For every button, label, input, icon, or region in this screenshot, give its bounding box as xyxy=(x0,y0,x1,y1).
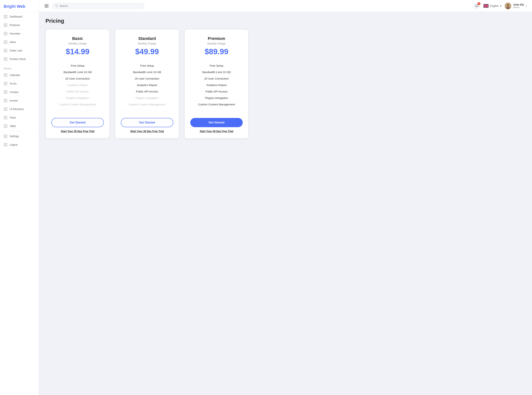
language-label: English xyxy=(490,5,498,7)
calender-icon xyxy=(4,73,7,77)
sidebar-divider xyxy=(0,64,39,64)
plan-divider-top xyxy=(190,60,243,61)
get-started-button-basic[interactable]: Get Started xyxy=(51,118,104,127)
notification-badge: 6 xyxy=(477,2,481,5)
feature-item: Free Setup xyxy=(71,64,84,67)
search-input[interactable] xyxy=(60,5,141,7)
sidebar-item-favorites[interactable]: Favorites xyxy=(0,29,39,38)
sidebar-item-ui-elements[interactable]: UI Elements xyxy=(0,105,39,113)
user-chevron-icon: ▾ xyxy=(526,5,527,7)
avatar xyxy=(505,3,511,9)
header-right: 6 English ▾ xyxy=(473,3,527,9)
invoice-icon xyxy=(4,99,7,102)
user-text: Jone Aly Admin xyxy=(513,3,524,9)
plan-divider-bottom xyxy=(51,111,104,111)
sidebar-item-to-do[interactable]: To-Do xyxy=(0,79,39,88)
feature-item: Plugins Intregation xyxy=(66,96,89,99)
sidebar-item-calender[interactable]: Calender xyxy=(0,71,39,79)
feature-item: Public API Access xyxy=(136,90,158,93)
plan-features-premium: Free SetupBandwidth Limit 10 GB20 User C… xyxy=(190,64,243,106)
feature-item: Public API Access xyxy=(67,90,89,93)
feature-item: Analytics Report xyxy=(137,83,157,87)
free-trial-link-basic[interactable]: Start Your 30 Day Free Trial xyxy=(61,130,94,133)
sidebar-item-dashboard[interactable]: Dashboard xyxy=(0,12,39,21)
feature-item: Custom Content Management xyxy=(198,103,235,106)
pricing-card-standard: Standard Monthly Charge $49.99 Free Setu… xyxy=(115,29,179,139)
uk-flag-icon xyxy=(483,4,489,8)
feature-item: Analytics Report xyxy=(206,83,226,87)
search-bar[interactable] xyxy=(52,3,145,9)
language-selector[interactable]: English ▾ xyxy=(483,4,501,8)
sidebar-item-team[interactable]: Team xyxy=(0,113,39,122)
sidebar-item-label: Inbox xyxy=(10,41,16,44)
sidebar-item-label: Table xyxy=(10,125,16,127)
plan-price-standard: $49.99 xyxy=(135,47,159,56)
page-title: Pricing xyxy=(45,18,525,24)
plan-name-basic: Basic xyxy=(72,36,83,41)
inbox-icon xyxy=(4,40,7,44)
settings-icon xyxy=(4,134,7,138)
header: 6 English ▾ xyxy=(39,0,532,12)
search-icon xyxy=(55,5,58,7)
notification-button[interactable]: 6 xyxy=(473,3,480,9)
feature-item: 20 User Connection xyxy=(135,77,159,80)
pricing-card-premium: Premium Monthly Charge $89.99 Free Setup… xyxy=(184,29,249,139)
sidebar-item-table[interactable]: Table xyxy=(0,122,39,130)
plan-divider-bottom xyxy=(190,111,243,111)
sidebar-item-settings[interactable]: Settings xyxy=(0,132,39,140)
main-content: Pricing Basic Monthly Charge $14.99 Free… xyxy=(39,12,532,395)
free-trial-link-premium[interactable]: Start Your 30 Day Free Trial xyxy=(200,130,233,133)
sidebar-item-label: Dashboard xyxy=(10,15,22,18)
free-trial-link-standard[interactable]: Start Your 30 Day Free Trial xyxy=(130,130,164,133)
sidebar-item-label: Calender xyxy=(10,74,20,77)
feature-item: Plugins Intregation xyxy=(136,96,158,99)
menu-icon[interactable] xyxy=(44,3,49,9)
feature-item: Analytics Report xyxy=(67,83,88,87)
feature-item: Bandwidth Limit 10 GB xyxy=(133,71,161,74)
sidebar-item-inbox[interactable]: Inbox xyxy=(0,38,39,46)
team-icon xyxy=(4,116,7,119)
sidebar-item-order-lists[interactable]: Order Lists xyxy=(0,46,39,55)
plan-period-basic: Monthly Charge xyxy=(68,42,87,45)
plan-features-basic: Free SetupBandwidth Limit 10 GB20 User C… xyxy=(51,64,104,106)
svg-rect-47 xyxy=(45,6,46,8)
table-icon xyxy=(4,124,7,128)
plan-name-premium: Premium xyxy=(208,36,225,41)
sidebar-item-label: Contact xyxy=(10,91,18,93)
product-stock-icon xyxy=(4,57,7,61)
logo-bright: Bright xyxy=(4,4,16,9)
get-started-button-standard[interactable]: Get Started xyxy=(121,118,173,127)
plan-divider-top xyxy=(121,60,173,61)
contact-icon xyxy=(4,90,7,94)
dashboard-icon xyxy=(4,15,7,18)
feature-item: Custom Content Management xyxy=(59,103,96,106)
logout-icon xyxy=(4,143,7,147)
sidebar-divider-bottom xyxy=(0,131,39,131)
user-info[interactable]: Jone Aly Admin ▾ xyxy=(505,3,527,9)
sidebar-item-products[interactable]: Products xyxy=(0,21,39,29)
feature-item: Custom Content Management xyxy=(129,103,166,106)
plan-divider-bottom xyxy=(121,111,173,111)
feature-item: Free Setup xyxy=(140,64,154,67)
sidebar-item-product-stock[interactable]: Product Stock xyxy=(0,55,39,63)
sidebar-item-contact[interactable]: Contact xyxy=(0,88,39,96)
plan-period-standard: Monthly Charge xyxy=(138,42,156,45)
pricing-card-basic: Basic Monthly Charge $14.99 Free SetupBa… xyxy=(45,29,110,139)
sidebar-item-label: Favorites xyxy=(10,32,20,35)
main-wrapper: 6 English ▾ xyxy=(39,0,532,395)
sidebar-item-label: Order Lists xyxy=(10,49,22,52)
feature-item: 20 User Connection xyxy=(204,77,229,80)
sidebar-item-logout[interactable]: Logout xyxy=(0,140,39,149)
sidebar-item-label: UI Elements xyxy=(10,108,24,110)
sidebar-item-label: Logout xyxy=(10,143,17,146)
app-logo: Bright Web xyxy=(0,0,39,12)
order-lists-icon xyxy=(4,49,7,52)
get-started-button-premium[interactable]: Get Started xyxy=(190,118,243,127)
sidebar-item-invoice[interactable]: Invoice xyxy=(0,96,39,105)
feature-item: Plugins Intregation xyxy=(205,96,228,99)
plan-period-premium: Monthly Charge xyxy=(207,42,226,45)
feature-item: Public API Access xyxy=(205,90,228,93)
pricing-grid: Basic Monthly Charge $14.99 Free SetupBa… xyxy=(45,29,249,139)
pages-section-label: PAGES xyxy=(0,65,39,71)
plan-divider-top xyxy=(51,60,104,61)
